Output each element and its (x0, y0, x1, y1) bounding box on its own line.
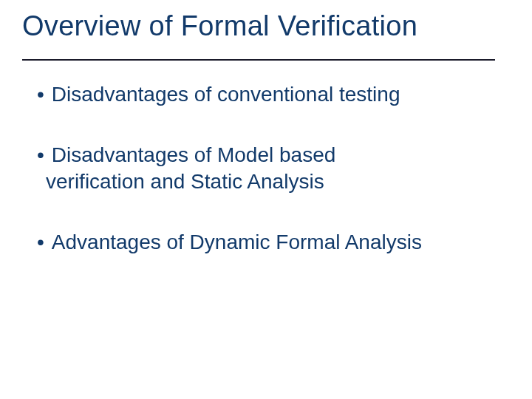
bullet-icon: • (37, 142, 44, 168)
bullet-row: • Advantages of Dynamic Formal Analysis (37, 229, 488, 256)
bullet-row: • Disadvantages of conventional testing (37, 81, 488, 108)
list-item: • Advantages of Dynamic Formal Analysis (37, 229, 488, 256)
bullet-text: Disadvantages of Model based (52, 142, 335, 168)
bullet-row: • Disadvantages of Model based (37, 142, 488, 168)
bullet-icon: • (37, 229, 44, 256)
title-divider (22, 59, 495, 61)
list-item: • Disadvantages of conventional testing (37, 81, 488, 108)
bullet-continuation: verification and Static Analysis (46, 168, 488, 195)
bullet-text: Disadvantages of conventional testing (52, 81, 400, 108)
slide-title: Overview of Formal Verification (22, 10, 510, 42)
bullet-list: • Disadvantages of conventional testing … (37, 81, 488, 290)
bullet-icon: • (37, 81, 44, 108)
list-item: • Disadvantages of Model based verificat… (37, 142, 488, 195)
slide: Overview of Formal Verification • Disadv… (0, 0, 532, 399)
bullet-text: Advantages of Dynamic Formal Analysis (52, 229, 422, 256)
